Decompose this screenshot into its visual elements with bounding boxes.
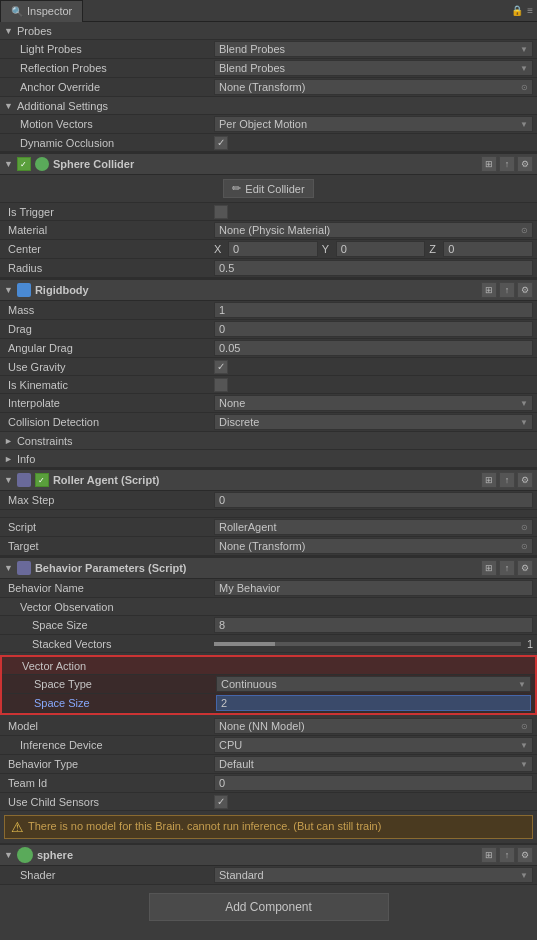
motion-vectors-dropdown[interactable]: Per Object Motion ▼ xyxy=(214,116,533,132)
interpolate-label: Interpolate xyxy=(4,397,214,409)
material-dropdown[interactable]: None (Physic Material) ⊙ xyxy=(214,222,533,238)
info-arrow[interactable]: ► xyxy=(4,454,13,464)
material-dropdown-value: None (Physic Material) xyxy=(219,224,330,236)
roller-agent-arrow[interactable]: ▼ xyxy=(4,475,13,485)
behavior-params-settings-btn3[interactable]: ⚙ xyxy=(517,560,533,576)
collision-detection-dropdown[interactable]: Discrete ▼ xyxy=(214,414,533,430)
roller-agent-settings-btn2[interactable]: ↑ xyxy=(499,472,515,488)
dynamic-occlusion-checkbox[interactable]: ✓ xyxy=(214,136,228,150)
behavior-params-arrow[interactable]: ▼ xyxy=(4,563,13,573)
material-row: Material None (Physic Material) ⊙ xyxy=(0,221,537,240)
menu-icon[interactable]: ≡ xyxy=(527,5,533,16)
constraints-arrow[interactable]: ► xyxy=(4,436,13,446)
action-space-type-dropdown-arrow: ▼ xyxy=(518,680,526,689)
warning-box: ⚠ There is no model for this Brain. cann… xyxy=(4,815,533,839)
team-id-row: Team Id xyxy=(0,774,537,793)
is-kinematic-value xyxy=(214,378,533,392)
reflection-probes-dropdown[interactable]: Blend Probes ▼ xyxy=(214,60,533,76)
sphere-object-settings-btn2[interactable]: ↑ xyxy=(499,847,515,863)
center-y-input[interactable] xyxy=(336,241,426,257)
is-kinematic-checkbox[interactable] xyxy=(214,378,228,392)
lock-icon[interactable]: 🔒 xyxy=(511,5,523,16)
rigidbody-settings-btn1[interactable]: ⊞ xyxy=(481,282,497,298)
edit-collider-button[interactable]: ✏ Edit Collider xyxy=(223,179,313,198)
shader-dropdown[interactable]: Standard ▼ xyxy=(214,867,533,883)
sphere-collider-toggle[interactable]: ✓ xyxy=(17,157,31,171)
info-row: ► Info xyxy=(0,450,537,468)
is-trigger-checkbox[interactable] xyxy=(214,205,228,219)
sphere-collider-arrow[interactable]: ▼ xyxy=(4,159,13,169)
rigidbody-arrow[interactable]: ▼ xyxy=(4,285,13,295)
rigidbody-settings-btn3[interactable]: ⚙ xyxy=(517,282,533,298)
behavior-name-input[interactable] xyxy=(214,580,533,596)
target-dropdown[interactable]: None (Transform) ⊙ xyxy=(214,538,533,554)
vector-observation-row: Vector Observation xyxy=(0,598,537,616)
radius-input[interactable] xyxy=(214,260,533,276)
mass-input[interactable] xyxy=(214,302,533,318)
script-value: RollerAgent ⊙ xyxy=(214,519,533,535)
additional-settings-arrow[interactable]: ▼ xyxy=(4,101,13,111)
inspector-tab[interactable]: 🔍 Inspector xyxy=(0,0,83,22)
action-space-size-input[interactable] xyxy=(216,695,531,711)
drag-label: Drag xyxy=(4,323,214,335)
center-x-label: X xyxy=(214,243,226,255)
probes-arrow[interactable]: ▼ xyxy=(4,26,13,36)
constraints-label: Constraints xyxy=(17,435,73,447)
add-component-label: Add Component xyxy=(225,900,312,914)
center-label: Center xyxy=(4,243,214,255)
max-step-input[interactable] xyxy=(214,492,533,508)
rigidbody-settings-btn2[interactable]: ↑ xyxy=(499,282,515,298)
light-probes-dropdown[interactable]: Blend Probes ▼ xyxy=(214,41,533,57)
model-label: Model xyxy=(4,720,214,732)
additional-settings-group-header: ▼ Additional Settings xyxy=(0,97,537,115)
is-trigger-value xyxy=(214,205,533,219)
script-dropdown[interactable]: RollerAgent ⊙ xyxy=(214,519,533,535)
add-component-button[interactable]: Add Component xyxy=(149,893,389,921)
reflection-probes-dropdown-arrow: ▼ xyxy=(520,64,528,73)
radius-value xyxy=(214,260,533,276)
inference-device-dropdown[interactable]: CPU ▼ xyxy=(214,737,533,753)
obs-space-size-input[interactable] xyxy=(214,617,533,633)
center-x-input[interactable] xyxy=(228,241,318,257)
roller-agent-settings-btn3[interactable]: ⚙ xyxy=(517,472,533,488)
team-id-input[interactable] xyxy=(214,775,533,791)
constraints-row: ► Constraints xyxy=(0,432,537,450)
behavior-name-value xyxy=(214,580,533,596)
shader-label: Shader xyxy=(4,869,214,881)
anchor-override-dropdown[interactable]: None (Transform) ⊙ xyxy=(214,79,533,95)
model-dropdown[interactable]: None (NN Model) ⊙ xyxy=(214,718,533,734)
edit-collider-icon: ✏ xyxy=(232,182,241,195)
interpolate-dropdown[interactable]: None ▼ xyxy=(214,395,533,411)
motion-vectors-label: Motion Vectors xyxy=(4,118,214,130)
behavior-params-actions: ⊞ ↑ ⚙ xyxy=(481,560,533,576)
angular-drag-label: Angular Drag xyxy=(4,342,214,354)
inference-device-row: Inference Device CPU ▼ xyxy=(0,736,537,755)
roller-agent-toggle[interactable]: ✓ xyxy=(35,473,49,487)
sphere-collider-icon xyxy=(35,157,49,171)
behavior-params-settings-btn2[interactable]: ↑ xyxy=(499,560,515,576)
material-value: None (Physic Material) ⊙ xyxy=(214,222,533,238)
action-space-type-dropdown[interactable]: Continuous ▼ xyxy=(216,676,531,692)
rigidbody-header: ▼ Rigidbody ⊞ ↑ ⚙ xyxy=(0,278,537,301)
action-space-type-row: Space Type Continuous ▼ xyxy=(2,675,535,694)
use-child-sensors-checkbox[interactable]: ✓ xyxy=(214,795,228,809)
sphere-object-arrow[interactable]: ▼ xyxy=(4,850,13,860)
sphere-object-settings-btn1[interactable]: ⊞ xyxy=(481,847,497,863)
sphere-object-settings-btn3[interactable]: ⚙ xyxy=(517,847,533,863)
sphere-object-icon xyxy=(17,847,33,863)
shader-value: Standard ▼ xyxy=(214,867,533,883)
behavior-params-settings-btn1[interactable]: ⊞ xyxy=(481,560,497,576)
angular-drag-input[interactable] xyxy=(214,340,533,356)
sphere-collider-settings-btn1[interactable]: ⊞ xyxy=(481,156,497,172)
is-trigger-label: Is Trigger xyxy=(4,206,214,218)
action-space-type-label: Space Type xyxy=(6,678,216,690)
use-gravity-checkbox[interactable]: ✓ xyxy=(214,360,228,374)
center-z-input[interactable] xyxy=(443,241,533,257)
inference-device-dropdown-arrow: ▼ xyxy=(520,741,528,750)
drag-input[interactable] xyxy=(214,321,533,337)
interpolate-value: None ▼ xyxy=(214,395,533,411)
behavior-type-dropdown[interactable]: Default ▼ xyxy=(214,756,533,772)
sphere-collider-settings-btn3[interactable]: ⚙ xyxy=(517,156,533,172)
roller-agent-settings-btn1[interactable]: ⊞ xyxy=(481,472,497,488)
sphere-collider-settings-btn2[interactable]: ↑ xyxy=(499,156,515,172)
